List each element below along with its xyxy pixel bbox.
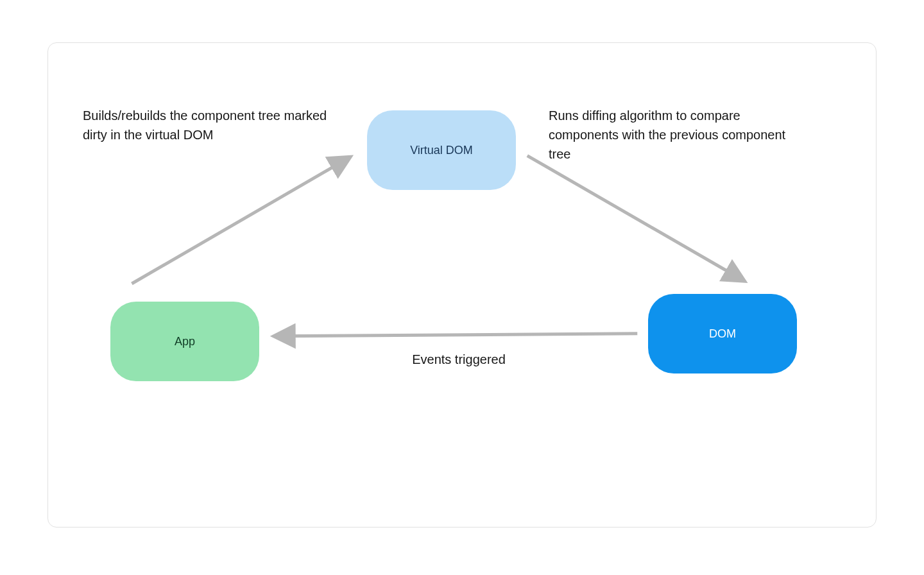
node-app-label: App <box>175 335 195 348</box>
arrow-dom-to-app <box>277 334 638 336</box>
arrow-app-to-virtual-dom <box>132 159 348 284</box>
node-virtual-dom-label: Virtual DOM <box>410 144 473 157</box>
diagram-canvas: Virtual DOM App DOM Builds/rebuilds the … <box>48 43 876 527</box>
annotation-build-rebuild: Builds/rebuilds the component tree marke… <box>83 106 336 144</box>
node-dom: DOM <box>648 294 797 373</box>
annotation-diffing: Runs diffing algorithm to compare compon… <box>549 106 786 164</box>
arrow-virtual-dom-to-dom <box>527 156 742 280</box>
diagram-frame: Virtual DOM App DOM Builds/rebuilds the … <box>47 42 877 528</box>
node-dom-label: DOM <box>709 327 736 341</box>
node-app: App <box>110 302 259 381</box>
node-virtual-dom: Virtual DOM <box>367 110 516 190</box>
annotation-events: Events triggered <box>395 350 523 369</box>
